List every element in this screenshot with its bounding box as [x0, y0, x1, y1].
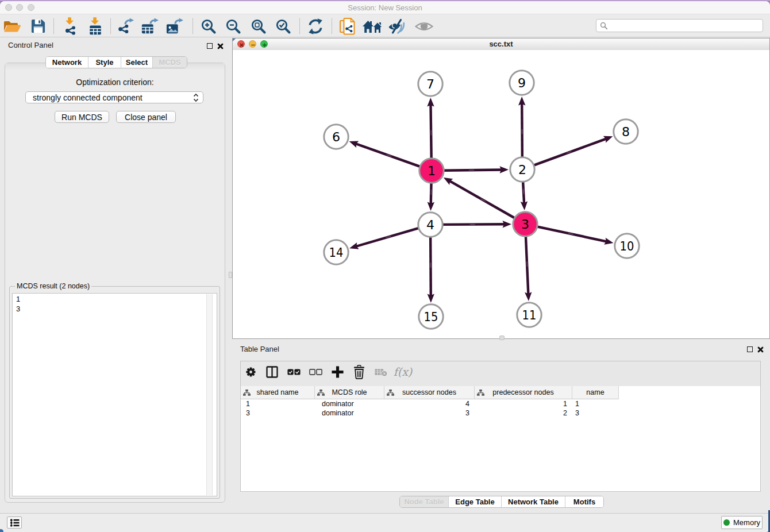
tab-node-table[interactable]: Node Table	[400, 496, 448, 507]
memory-status-dot	[723, 519, 730, 526]
optimization-criterion-value: strongly connected component	[33, 93, 193, 102]
select-all-icon	[287, 368, 301, 376]
toolbar-separator	[299, 18, 300, 34]
save-session-button[interactable]	[28, 14, 48, 38]
delete-table-button[interactable]	[371, 361, 391, 382]
mcds-result-textarea[interactable]: 13	[12, 293, 217, 496]
import-network-button[interactable]	[60, 14, 80, 38]
mcds-scrollbar[interactable]	[206, 294, 213, 495]
toolbar-separator	[192, 18, 193, 34]
columns-icon	[266, 366, 278, 378]
control-panel-title: Control Panel	[8, 41, 53, 49]
export-network-icon	[117, 18, 134, 35]
import-table-button[interactable]	[86, 14, 105, 38]
table-cell: 4	[384, 399, 475, 408]
open-session-button[interactable]	[2, 14, 22, 38]
table-cell: 3	[384, 408, 475, 418]
frame-focus-corner	[233, 38, 236, 41]
control-panel-float-icon[interactable]	[207, 43, 213, 49]
app-title: Session: New Session	[0, 3, 770, 12]
tab-edge-table[interactable]: Edge Table	[448, 496, 501, 507]
zoom-selected-button[interactable]	[274, 14, 293, 38]
network-window-titlebar[interactable]: scc.txt	[233, 38, 769, 51]
toggle-columns-button[interactable]	[262, 361, 282, 382]
table-toolbar: f(x)	[241, 361, 760, 386]
duplicate-network-button[interactable]	[337, 14, 358, 38]
table-cell: dominator	[315, 408, 384, 418]
column-header-MCDS-role[interactable]: MCDS role	[315, 386, 384, 399]
tab-mcds[interactable]: MCDS	[152, 57, 187, 68]
zoom-out-icon	[225, 18, 242, 35]
deselect-all-icon	[309, 368, 322, 376]
mcds-result-title: MCDS result (2 nodes)	[15, 282, 91, 290]
show-details-button[interactable]	[414, 14, 434, 38]
table-cell: 1	[241, 399, 315, 408]
graph-node-label: 3	[521, 217, 529, 232]
table-panel-tabs: Node TableEdge TableNetwork TableMotifs	[399, 496, 604, 508]
column-header-successor-nodes[interactable]: successor nodes	[384, 386, 475, 399]
graph-node-label: 15	[424, 310, 438, 324]
zoom-in-icon	[200, 18, 217, 35]
eye-slash-icon	[388, 18, 407, 34]
refresh-button[interactable]	[306, 14, 325, 38]
tab-motifs[interactable]: Motifs	[565, 496, 603, 507]
control-panel-close-icon[interactable]	[217, 43, 224, 49]
delete-table-icon	[375, 367, 387, 377]
tab-select[interactable]: Select	[121, 57, 152, 68]
export-table-icon	[141, 18, 159, 35]
fx-icon: f(x)	[394, 365, 413, 378]
houses-icon	[363, 19, 383, 34]
export-table-button[interactable]	[140, 14, 160, 38]
deselect-all-button[interactable]	[306, 361, 325, 382]
task-history-button[interactable]	[7, 516, 22, 529]
tab-network[interactable]: Network	[46, 57, 88, 68]
tab-network-table[interactable]: Network Table	[501, 496, 565, 507]
refresh-icon	[307, 18, 324, 34]
export-image-button[interactable]	[164, 14, 185, 38]
search-input[interactable]	[596, 19, 763, 32]
graph-node-label: 14	[329, 245, 344, 260]
column-header-shared-name[interactable]: shared name	[241, 386, 315, 399]
zoom-out-button[interactable]	[224, 14, 243, 38]
hide-details-button[interactable]	[387, 14, 408, 38]
tab-style[interactable]: Style	[88, 57, 121, 68]
memory-button[interactable]: Memory	[721, 516, 763, 529]
export-network-button[interactable]	[116, 14, 136, 38]
select-all-button[interactable]	[284, 361, 303, 382]
zoom-fit-button[interactable]	[249, 14, 268, 38]
network-canvas[interactable]: 1234678910111415	[233, 50, 769, 338]
zoom-in-button[interactable]	[199, 14, 218, 38]
node-table: f(x) shared nameMCDS rolesuccessor nodes…	[240, 361, 761, 492]
optimization-criterion-select[interactable]: strongly connected component	[25, 91, 203, 103]
close-panel-button[interactable]: Close panel	[116, 111, 176, 123]
column-header-name[interactable]: name	[572, 386, 619, 399]
save-icon	[30, 18, 46, 34]
canvas-scrollbar-handle[interactable]	[499, 336, 505, 340]
graph-node-label: 6	[332, 130, 340, 144]
delete-row-button[interactable]	[349, 361, 369, 382]
zoom-fit-icon	[250, 18, 267, 35]
app-window: Session: New Session	[0, 1, 770, 532]
gear-icon	[245, 366, 257, 378]
function-builder-button[interactable]: f(x)	[392, 361, 414, 382]
column-label: successor nodes	[384, 388, 474, 396]
network-graph: 1234678910111415	[233, 50, 769, 338]
table-panel-float-icon[interactable]	[747, 346, 753, 352]
column-header-predecessor-nodes[interactable]: predecessor nodes	[475, 386, 572, 399]
column-label: name	[572, 388, 618, 396]
list-icon	[10, 518, 20, 527]
eye-icon	[415, 20, 433, 33]
network-window-title: scc.txt	[233, 40, 769, 48]
table-cell: 2	[475, 408, 572, 418]
run-mcds-button[interactable]: Run MCDS	[55, 111, 109, 123]
add-row-button[interactable]	[328, 361, 347, 382]
open-folder-icon	[3, 18, 22, 34]
duplicate-network-icon	[339, 17, 356, 36]
zoom-selected-icon	[275, 18, 292, 35]
table-settings-button[interactable]	[241, 361, 260, 382]
graph-node-label: 8	[622, 125, 630, 139]
control-panel-tabs: NetworkStyleSelectMCDS	[45, 56, 187, 68]
table-cell: 3	[241, 408, 315, 418]
table-panel-close-icon[interactable]	[757, 346, 764, 353]
neighbors-button[interactable]	[363, 14, 383, 38]
